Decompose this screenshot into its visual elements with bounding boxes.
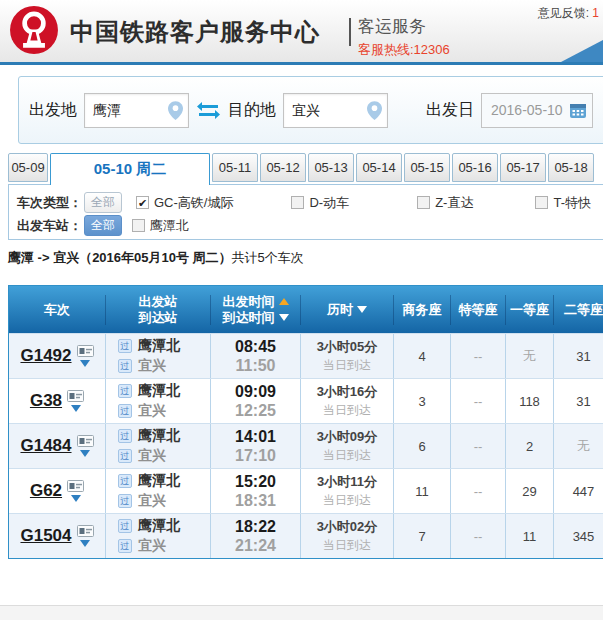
arrival-note: 当日到达 [323, 357, 371, 374]
location-pin-icon[interactable] [168, 101, 183, 120]
expand-arrow-icon[interactable] [80, 540, 90, 547]
second-class-count: 31 [553, 379, 603, 423]
filter-yingtanbei-checkbox[interactable]: 鹰潭北 [132, 217, 189, 235]
col-train: 车次 [9, 295, 105, 325]
filter-z-label: Z-直达 [435, 194, 473, 212]
filter-gc-label: GC-高铁/城际 [154, 194, 233, 212]
train-type-label: 车次类型： [17, 194, 82, 212]
feedback-link[interactable]: 意见反馈: 1 [538, 5, 599, 22]
filter-yingtanbei-label: 鹰潭北 [150, 217, 189, 235]
from-input[interactable]: 鹰潭 [84, 93, 189, 128]
table-row-g1492: G1492 过鹰潭北 过宜兴 08:45 11:50 3小时05分 当日到达 4… [9, 333, 603, 378]
tab-date-0512[interactable]: 05-12 [260, 153, 306, 182]
checkbox-icon[interactable] [535, 196, 548, 209]
tab-date-0511[interactable]: 05-11 [212, 153, 258, 182]
duration: 3小时16分 [317, 383, 378, 401]
from-station: 鹰潭北 [138, 337, 180, 355]
tab-date-0518[interactable]: 05-18 [548, 153, 594, 182]
departure-time: 08:45 [235, 338, 276, 356]
expand-arrow-icon[interactable] [80, 360, 90, 367]
tab-date-0516[interactable]: 05-16 [452, 153, 498, 182]
sort-desc-icon[interactable] [357, 306, 367, 313]
tab-date-0513[interactable]: 05-13 [308, 153, 354, 182]
station-all-button[interactable]: 全部 [84, 215, 122, 236]
location-pin-icon[interactable] [367, 101, 382, 120]
col-premier: 特等座 [450, 295, 505, 325]
pass-station-badge: 过 [118, 404, 132, 418]
train-number-link[interactable]: G1484 [20, 436, 71, 456]
expand-arrow-icon[interactable] [71, 495, 81, 502]
checkbox-icon[interactable] [417, 196, 430, 209]
sort-asc-icon[interactable] [279, 298, 289, 305]
tab-date-0517[interactable]: 05-17 [500, 153, 546, 182]
from-station: 鹰潭北 [138, 517, 180, 535]
idcard-icon [67, 390, 84, 402]
filter-d-checkbox[interactable]: D-动车 [291, 194, 349, 212]
pass-station-badge: 过 [118, 359, 132, 373]
title-divider [349, 18, 351, 46]
first-class-count: 11 [505, 514, 553, 558]
to-station: 宜兴 [138, 492, 166, 510]
expand-arrow-icon[interactable] [71, 405, 81, 412]
pass-station-badge: 过 [118, 384, 132, 398]
filter-z-checkbox[interactable]: Z-直达 [417, 194, 473, 212]
date-input[interactable]: 2016-05-10 [481, 93, 593, 128]
search-panel: 出发地 鹰潭 目的地 宜兴 出发日 2016-05-10 [18, 76, 603, 144]
tab-date-0510-selected[interactable]: 05-10 周二 [50, 153, 210, 185]
first-class-count: 无 [505, 334, 553, 378]
table-row-g1504: G1504 过鹰潭北 过宜兴 18:22 21:24 3小时02分 当日到达 7… [9, 513, 603, 558]
calendar-icon[interactable] [570, 103, 586, 118]
summary-total: 共计5个车次 [232, 250, 304, 265]
summary-route: 鹰潭 -> 宜兴（2016年05月10号 周二） [8, 250, 232, 265]
pass-station-badge: 过 [118, 449, 132, 463]
hotline-text: 客服热线:12306 [358, 41, 450, 59]
col-duration-sort[interactable]: 历时 [300, 295, 393, 325]
filter-box: 车次类型： 全部 ✔ GC-高铁/城际 D-动车 Z-直达 T-特快 出发车站：… [8, 184, 603, 240]
arrival-time: 17:10 [235, 447, 276, 465]
premier-seat-count: -- [450, 514, 505, 558]
col-second-class: 二等座 [553, 295, 603, 325]
arrival-time: 11:50 [235, 357, 275, 375]
col-times-sort[interactable]: 出发时间 到达时间 [210, 295, 300, 325]
date-tabs: 05-09 05-10 周二 05-11 05-12 05-13 05-14 0… [8, 153, 596, 184]
sort-desc-icon[interactable] [279, 314, 289, 321]
feedback-value: 1 [592, 6, 599, 20]
tab-date-0514[interactable]: 05-14 [356, 153, 402, 182]
checkbox-icon[interactable]: ✔ [136, 196, 149, 209]
pass-station-badge: 过 [118, 339, 132, 353]
checkbox-icon[interactable] [291, 196, 304, 209]
col-first-class: 一等座 [505, 295, 553, 325]
train-number-link[interactable]: G1492 [20, 346, 71, 366]
business-seat-count: 3 [393, 379, 450, 423]
train-number-link[interactable]: G38 [30, 391, 62, 411]
idcard-icon [67, 480, 84, 492]
departure-time: 09:09 [235, 383, 276, 401]
business-seat-count: 7 [393, 514, 450, 558]
departure-station-label: 出发车站： [17, 217, 82, 235]
to-value: 宜兴 [292, 102, 320, 120]
arrival-note: 当日到达 [323, 492, 371, 509]
duration: 3小时09分 [317, 428, 378, 446]
col-business: 商务座 [393, 295, 450, 325]
date-label: 出发日 [426, 100, 474, 121]
corner-decoration [561, 40, 603, 62]
to-station: 宜兴 [138, 402, 166, 420]
first-class-count: 29 [505, 469, 553, 513]
results-summary: 鹰潭 -> 宜兴（2016年05月10号 周二）共计5个车次 [8, 249, 304, 267]
to-input[interactable]: 宜兴 [283, 93, 388, 128]
train-type-all-button[interactable]: 全部 [84, 192, 122, 213]
expand-arrow-icon[interactable] [80, 450, 90, 457]
filter-gc-checkbox[interactable]: ✔ GC-高铁/城际 [136, 194, 233, 212]
checkbox-icon[interactable] [132, 219, 145, 232]
first-class-count: 118 [505, 379, 553, 423]
tab-date-0515[interactable]: 05-15 [404, 153, 450, 182]
second-class-count: 31 [553, 334, 603, 378]
train-number-link[interactable]: G62 [30, 481, 62, 501]
filter-d-label: D-动车 [309, 194, 349, 212]
train-number-link[interactable]: G1504 [20, 526, 71, 546]
filter-t-checkbox[interactable]: T-特快 [535, 194, 591, 212]
feedback-label: 意见反馈: [538, 6, 589, 20]
china-railway-logo-icon [9, 5, 59, 55]
swap-stations-icon[interactable] [197, 102, 220, 119]
tab-date-0509[interactable]: 05-09 [8, 153, 48, 182]
